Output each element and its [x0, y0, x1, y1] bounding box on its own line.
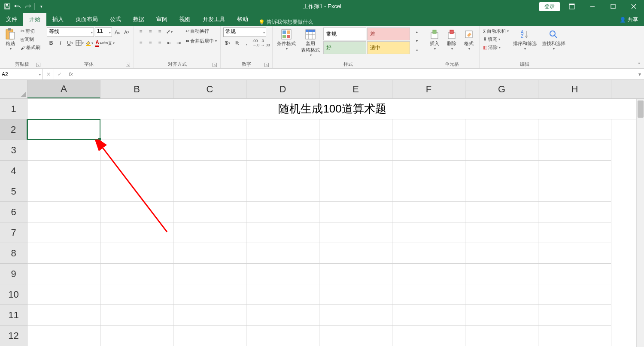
col-header-b[interactable]: B	[100, 80, 173, 98]
tab-review[interactable]: 审阅	[150, 13, 173, 26]
align-left-button[interactable]: ≡	[137, 39, 145, 47]
cell-a3[interactable]	[27, 140, 100, 161]
increase-indent-button[interactable]: ⇥	[174, 39, 183, 47]
cell-f11[interactable]	[392, 305, 465, 326]
decrease-indent-button[interactable]: ⇤	[165, 39, 173, 47]
font-launcher[interactable]: ↘	[126, 63, 130, 67]
cell-g3[interactable]	[465, 140, 538, 161]
collapse-ribbon-button[interactable]: ˄	[634, 26, 644, 68]
cell-c6[interactable]	[173, 202, 246, 222]
row-header-2[interactable]: 2	[0, 119, 27, 140]
row-header-12[interactable]: 12	[0, 326, 27, 346]
cell-c8[interactable]	[173, 243, 246, 264]
cell-e12[interactable]	[319, 326, 392, 346]
cancel-formula-button[interactable]: ✕	[43, 69, 54, 79]
cell-d3[interactable]	[246, 140, 319, 161]
qat-customize-icon[interactable]: ▾	[37, 3, 45, 10]
cell-e9[interactable]	[319, 264, 392, 284]
col-header-c[interactable]: C	[173, 80, 246, 98]
autosum-button[interactable]: Σ自动求和▾	[482, 27, 510, 35]
cell-f3[interactable]	[392, 140, 465, 161]
cell-a5[interactable]	[27, 181, 100, 202]
bold-button[interactable]: B	[47, 39, 55, 47]
cell-e4[interactable]	[319, 161, 392, 181]
font-size-combo[interactable]: 11▾	[95, 27, 112, 37]
cell-d7[interactable]	[246, 222, 319, 243]
row-header-11[interactable]: 11	[0, 305, 27, 326]
phonetic-button[interactable]: wén文▾	[103, 39, 112, 47]
ribbon-options-icon[interactable]	[563, 0, 580, 12]
italic-button[interactable]: I	[56, 39, 65, 47]
formula-input[interactable]	[76, 69, 635, 79]
cell-b8[interactable]	[100, 243, 173, 264]
cell-b3[interactable]	[100, 140, 173, 161]
cell-a9[interactable]	[27, 264, 100, 284]
tab-home[interactable]: 开始	[23, 13, 46, 26]
row-header-5[interactable]: 5	[0, 181, 27, 202]
gallery-more-button[interactable]: ≡	[413, 46, 421, 54]
cell-g4[interactable]	[465, 161, 538, 181]
sort-filter-button[interactable]: AZ排序和筛选▾	[511, 27, 538, 52]
cell-f10[interactable]	[392, 284, 465, 305]
cell-a7[interactable]	[27, 222, 100, 243]
row-header-4[interactable]: 4	[0, 161, 27, 181]
cell-e3[interactable]	[319, 140, 392, 161]
redo-icon[interactable]	[24, 3, 32, 10]
cell-b6[interactable]	[100, 202, 173, 222]
find-select-button[interactable]: 查找和选择▾	[540, 27, 567, 52]
gallery-up-button[interactable]: ▴	[413, 27, 421, 36]
expand-formula-bar-button[interactable]: ▾	[635, 71, 644, 77]
format-as-table-button[interactable]: 套用 表格格式▾	[299, 27, 322, 58]
cell-g9[interactable]	[465, 264, 538, 284]
cell-h3[interactable]	[538, 140, 611, 161]
cell-c10[interactable]	[173, 284, 246, 305]
fill-button[interactable]: ⬇填充▾	[482, 36, 510, 43]
decrease-font-button[interactable]: A▾	[122, 28, 131, 37]
cell-g11[interactable]	[465, 305, 538, 326]
format-painter-button[interactable]: 🖌格式刷	[20, 44, 41, 51]
sign-in-button[interactable]: 登录	[539, 2, 560, 11]
save-icon[interactable]	[3, 3, 11, 10]
style-good[interactable]: 好	[323, 41, 366, 54]
clipboard-launcher[interactable]: ↘	[36, 63, 40, 67]
cell-a4[interactable]	[27, 161, 100, 181]
conditional-format-button[interactable]: 条件格式▾	[275, 27, 298, 52]
col-header-d[interactable]: D	[246, 80, 319, 98]
col-header-a[interactable]: A	[27, 80, 100, 98]
gallery-down-button[interactable]: ▾	[413, 37, 421, 45]
cell-b2[interactable]	[100, 119, 173, 140]
cell-h6[interactable]	[538, 202, 611, 222]
cell-b5[interactable]	[100, 181, 173, 202]
cell-d10[interactable]	[246, 284, 319, 305]
cell-h12[interactable]	[538, 326, 611, 346]
cell-d6[interactable]	[246, 202, 319, 222]
cell-e11[interactable]	[319, 305, 392, 326]
cell-a6[interactable]	[27, 202, 100, 222]
accounting-format-button[interactable]: $▾	[223, 39, 232, 47]
border-button[interactable]: ▾	[75, 39, 84, 47]
paste-button[interactable]: 粘贴▾	[3, 27, 18, 52]
fx-icon[interactable]: fx	[65, 71, 76, 77]
select-all-button[interactable]	[0, 80, 27, 98]
number-launcher[interactable]: ↘	[264, 63, 269, 67]
style-normal[interactable]: 常规	[323, 27, 366, 40]
cell-f8[interactable]	[392, 243, 465, 264]
merge-center-button[interactable]: ⬌合并后居中▾	[185, 37, 218, 45]
align-right-button[interactable]: ≡	[155, 39, 164, 47]
col-header-f[interactable]: F	[392, 80, 465, 98]
cell-f6[interactable]	[392, 202, 465, 222]
cell-b10[interactable]	[100, 284, 173, 305]
clear-button[interactable]: ◧清除▾	[482, 44, 510, 51]
cell-g2[interactable]	[465, 119, 538, 140]
cell-h2[interactable]	[538, 119, 611, 140]
underline-button[interactable]: U▾	[66, 39, 74, 47]
cell-b4[interactable]	[100, 161, 173, 181]
cell-f4[interactable]	[392, 161, 465, 181]
cell-g10[interactable]	[465, 284, 538, 305]
col-header-h[interactable]: H	[538, 80, 611, 98]
align-middle-button[interactable]: ≡	[146, 27, 155, 36]
insert-cells-button[interactable]: 插入▾	[427, 27, 442, 52]
close-button[interactable]	[625, 0, 642, 12]
cell-h4[interactable]	[538, 161, 611, 181]
cell-h10[interactable]	[538, 284, 611, 305]
